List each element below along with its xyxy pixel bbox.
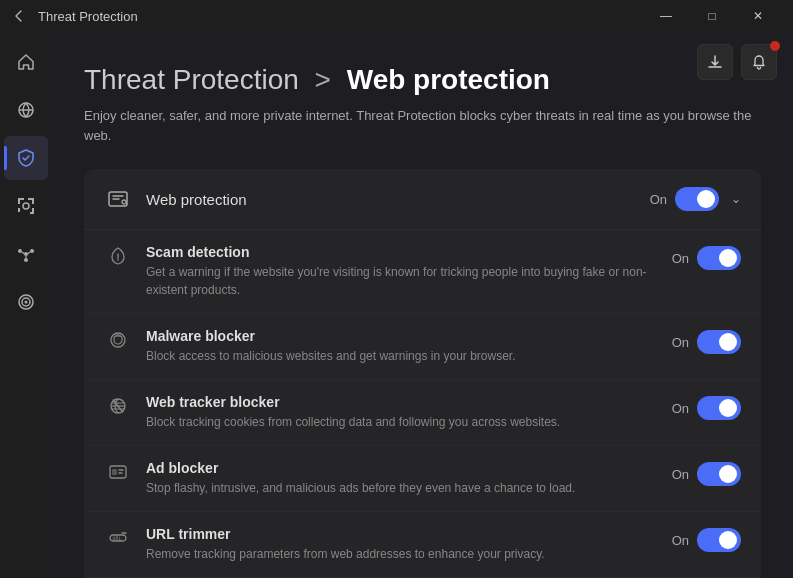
svg-point-3: [18, 249, 22, 253]
notification-button[interactable]: [741, 44, 777, 80]
web-tracker-blocker-desc: Block tracking cookies from collecting d…: [146, 413, 656, 431]
web-protection-icon: [104, 185, 132, 213]
ad-blocker-desc: Stop flashy, intrusive, and malicious ad…: [146, 479, 656, 497]
scam-detection-toggle[interactable]: [697, 246, 741, 270]
svg-point-2: [24, 252, 28, 256]
malware-blocker-right: On: [672, 330, 741, 354]
scam-detection-right: On: [672, 246, 741, 270]
page-title-main: Web protection: [347, 64, 550, 95]
ad-blocker-status: On: [672, 467, 689, 482]
breadcrumb-separator: >: [315, 64, 331, 95]
url-trimmer-status: On: [672, 533, 689, 548]
svg-point-4: [30, 249, 34, 253]
setting-item-url-trimmer: URL URL trimmer Remove tracking paramete…: [84, 512, 761, 578]
window-controls: — □ ✕: [643, 0, 781, 32]
sidebar-item-shield[interactable]: [4, 136, 48, 180]
ad-blocker-icon: [104, 462, 132, 482]
malware-blocker-status: On: [672, 335, 689, 350]
web-tracker-blocker-right: On: [672, 396, 741, 420]
web-tracker-blocker-icon: [104, 396, 132, 416]
malware-blocker-icon: [104, 330, 132, 350]
svg-text:URL: URL: [113, 535, 122, 541]
toggle-knob: [719, 399, 737, 417]
svg-point-1: [23, 203, 29, 209]
back-button[interactable]: [12, 9, 26, 23]
malware-blocker-desc: Block access to malicious websites and g…: [146, 347, 656, 365]
setting-item-web-tracker-blocker: Web tracker blocker Block tracking cooki…: [84, 380, 761, 446]
notification-badge: [770, 41, 780, 51]
sidebar-item-home[interactable]: [4, 40, 48, 84]
scam-detection-status: On: [672, 251, 689, 266]
sidebar: [0, 32, 52, 578]
svg-line-6: [22, 252, 25, 254]
toggle-knob: [719, 531, 737, 549]
page-title: Threat Protection > Web protection: [84, 64, 761, 96]
svg-point-11: [25, 301, 28, 304]
settings-card: Web protection On ⌄ Scam detection Get a…: [84, 169, 761, 578]
web-protection-status: On: [650, 192, 667, 207]
window-title: Threat Protection: [38, 9, 643, 24]
web-protection-toggle-row: Web protection On ⌄: [84, 169, 761, 230]
svg-line-7: [28, 252, 31, 254]
scam-detection-desc: Get a warning if the website you're visi…: [146, 263, 656, 299]
url-trimmer-icon: URL: [104, 528, 132, 548]
url-trimmer-desc: Remove tracking parameters from web addr…: [146, 545, 656, 563]
toggle-knob: [719, 333, 737, 351]
setting-item-malware-blocker: Malware blocker Block access to maliciou…: [84, 314, 761, 380]
page-description: Enjoy cleaner, safer, and more private i…: [84, 106, 761, 145]
sidebar-item-target[interactable]: [4, 280, 48, 324]
main-content: Threat Protection > Web protection Enjoy…: [52, 32, 793, 578]
url-trimmer-text: URL trimmer Remove tracking parameters f…: [146, 526, 656, 563]
web-tracker-blocker-text: Web tracker blocker Block tracking cooki…: [146, 394, 656, 431]
ad-blocker-right: On: [672, 462, 741, 486]
collapse-chevron[interactable]: ⌄: [731, 192, 741, 206]
sidebar-item-globe[interactable]: [4, 88, 48, 132]
setting-item-ad-blocker: Ad blocker Stop flashy, intrusive, and m…: [84, 446, 761, 512]
toggle-knob: [719, 465, 737, 483]
close-button[interactable]: ✕: [735, 0, 781, 32]
url-trimmer-toggle[interactable]: [697, 528, 741, 552]
svg-point-13: [122, 200, 126, 204]
top-right-buttons: [697, 44, 777, 80]
web-tracker-blocker-toggle[interactable]: [697, 396, 741, 420]
settings-list: Scam detection Get a warning if the webs…: [84, 230, 761, 578]
url-trimmer-right: On: [672, 528, 741, 552]
scam-detection-text: Scam detection Get a warning if the webs…: [146, 244, 656, 299]
sidebar-item-network[interactable]: [4, 232, 48, 276]
svg-rect-19: [112, 469, 117, 475]
scam-detection-title: Scam detection: [146, 244, 656, 260]
toggle-knob: [719, 249, 737, 267]
ad-blocker-title: Ad blocker: [146, 460, 656, 476]
web-protection-label: Web protection: [146, 191, 650, 208]
svg-point-5: [24, 258, 28, 262]
sidebar-item-scan[interactable]: [4, 184, 48, 228]
malware-blocker-title: Malware blocker: [146, 328, 656, 344]
download-button[interactable]: [697, 44, 733, 80]
ad-blocker-text: Ad blocker Stop flashy, intrusive, and m…: [146, 460, 656, 497]
web-tracker-blocker-title: Web tracker blocker: [146, 394, 656, 410]
toggle-knob: [697, 190, 715, 208]
setting-item-scam-detection: Scam detection Get a warning if the webs…: [84, 230, 761, 314]
web-protection-toggle[interactable]: [675, 187, 719, 211]
malware-blocker-text: Malware blocker Block access to maliciou…: [146, 328, 656, 365]
malware-blocker-toggle[interactable]: [697, 330, 741, 354]
url-trimmer-title: URL trimmer: [146, 526, 656, 542]
title-bar: Threat Protection — □ ✕: [0, 0, 793, 32]
scam-detection-icon: [104, 246, 132, 266]
ad-blocker-toggle[interactable]: [697, 462, 741, 486]
app-layout: Threat Protection > Web protection Enjoy…: [0, 32, 793, 578]
web-tracker-blocker-status: On: [672, 401, 689, 416]
maximize-button[interactable]: □: [689, 0, 735, 32]
minimize-button[interactable]: —: [643, 0, 689, 32]
breadcrumb-parent: Threat Protection: [84, 64, 299, 95]
